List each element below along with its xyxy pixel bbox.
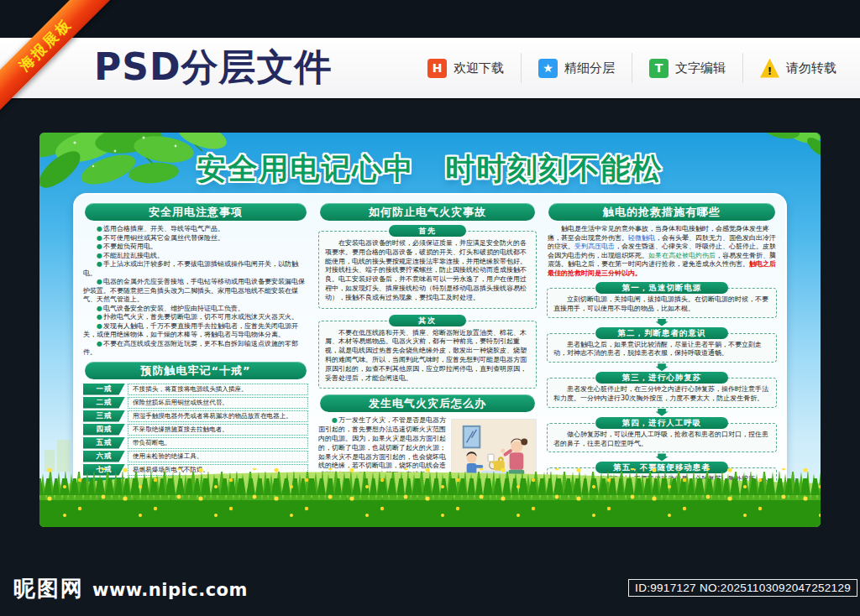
table-row: 一戒不接插头，将直接将电源线头插入插座。	[83, 384, 308, 395]
rescue-step-label: 第一，迅速切断电源	[595, 282, 728, 294]
site-name: 昵图网	[13, 574, 84, 603]
table-row: 三戒用湿手触摸电器外壳或者将易漏水的物品放置在电器上。	[83, 410, 308, 422]
list-item: ●发现有人触电，千万不要直接用手去拉触电者，应首先关闭电源开关，或使用绝缘物体，…	[83, 322, 308, 340]
list-item: ●电气设备安全的安装、维护应由持证电工负责。	[83, 305, 308, 314]
section-header-rescue: 触电的抢救措施有哪些	[548, 203, 775, 221]
rescue-intro: 触电是生活中常见的意外事故，当身体和电接触时，会感觉身体发生疼痛，甚至会出现意外…	[548, 225, 776, 278]
second-text-box: 不要在低压线路和开关、插座、熔断器附近放置油类、棉花、木屑、木材等易燃物品。电器…	[318, 321, 537, 389]
section-header-after-fire: 发生电气火灾后怎么办	[320, 394, 535, 412]
leaf-icon	[730, 133, 821, 166]
first-text-box: 在安装电器设备的时候，必须保证质量，并应满足安全防火的各项要求。要用合格的电器设…	[318, 231, 537, 309]
badge-layers: ★ 精细分层	[538, 59, 615, 78]
leaves-decoration-right	[730, 133, 821, 170]
content-panel: 安全用电注意事项 ●选用合格插座、开关、导线等电气产品。 ●不可使用铜丝或其它金…	[73, 193, 787, 505]
list-item: ●不可使用铜丝或其它金属丝代替保险丝。	[83, 234, 308, 243]
rescue-step-label: 第四，进行人工呼吸	[595, 417, 728, 429]
list-item: ●电器的金属外壳应妥善接地，手电钻等移动或用电设备要安装漏电保护装置。不要随意把…	[83, 278, 308, 305]
arrow-down-icon	[656, 453, 669, 461]
badge-no-repost: ! 请勿转载	[760, 59, 836, 78]
leaf-icon	[39, 133, 232, 206]
warning-triangle-icon: !	[760, 59, 779, 78]
star-icon: ★	[538, 59, 558, 78]
poster-preview: 安全用电记心中 时时刻刻不能松 安全用电注意事项 ●选用合格插座、开关、导线等电…	[39, 133, 821, 527]
site-url: www.nipic.com	[92, 580, 248, 600]
rescue-step-label: 第二，判断患者的意识	[595, 327, 728, 339]
arrow-down-icon	[656, 409, 669, 416]
table-row: 五戒带负荷断电。	[83, 437, 308, 449]
page-title: PSD分层文件	[94, 43, 332, 92]
arrow-down-icon	[656, 363, 669, 371]
top-dark-band	[0, 0, 860, 38]
download-h-icon: H	[427, 59, 447, 78]
badge-no-repost-label: 请勿转载	[786, 60, 836, 76]
table-row: 二戒保险丝损坏后用铜丝或铁丝代替。	[83, 397, 308, 409]
badge-text-edit: T 文字编辑	[649, 59, 726, 78]
section-header-fire-prevention: 如何防止电气火灾事故	[320, 203, 535, 221]
text-edit-t-icon: T	[649, 59, 669, 78]
badge-download: H 欢迎下载	[427, 59, 504, 78]
column-fire-prevention: 如何防止电气火灾事故 首先 在安装电器设备的时候，必须保证质量，并应满足安全防火…	[318, 203, 537, 495]
subsection-second-label: 其次	[389, 315, 466, 326]
header-badges: H 欢迎下载 ★ 精细分层 T 文字编辑 ! 请勿转载	[427, 38, 836, 98]
list-item: ●选用合格插座、开关、导线等电气产品。	[83, 225, 308, 234]
page-background: { "ribbon": { "label": "海报展板" }, "header…	[0, 0, 860, 616]
header-bar: PSD分层文件 H 欢迎下载 ★ 精细分层 T 文字编辑 ! 请勿转载	[0, 38, 860, 98]
badge-text-edit-label: 文字编辑	[675, 60, 726, 76]
divider	[742, 53, 743, 83]
list-item: ●不要在高压线或变压器附近玩耍，更不私自拆卸输送点设施的零部件。	[83, 340, 308, 358]
divider	[521, 53, 522, 83]
column-rescue-measures: 触电的抢救措施有哪些 触电是生活中常见的意外事故，当身体和电接触时，会感觉身体发…	[547, 203, 777, 495]
table-row: 六戒使用未检验的绝缘工具。	[83, 451, 308, 462]
site-logo: 昵图网 www.nipic.com	[13, 574, 248, 603]
table-row: 四戒不采取绝缘措施直接去拉触电者。	[83, 424, 308, 436]
divider	[632, 53, 632, 83]
arrow-down-icon	[656, 319, 669, 326]
badge-download-label: 欢迎下载	[454, 60, 504, 76]
section-header-ten-rules: 预防触电牢记“十戒”	[85, 362, 307, 379]
grass-decoration	[39, 462, 821, 527]
subsection-first-label: 首先	[389, 225, 466, 237]
rescue-step-label: 第三，进行心肺复苏	[595, 372, 728, 384]
list-item: ●手上沾水或出汗较多时，不要拔电源插销或操作电闸开关，以防触电。	[83, 260, 308, 278]
badge-layers-label: 精细分层	[564, 60, 615, 76]
safety-notes-list: ●选用合格插座、开关、导线等电气产品。 ●不可使用铜丝或其它金属丝代替保险丝。 …	[83, 225, 308, 358]
list-item: ●不要超负荷用电。	[83, 243, 308, 252]
list-item: ●不能乱拉乱接电线。	[83, 252, 308, 261]
image-id-badge: ID:9917127 NO:20251103092047252129	[628, 579, 857, 597]
leaves-decoration-left	[39, 133, 232, 210]
list-item: ●扑救电气火灾，首先要切断电源，切不可用水或泡沫灭火器灭火。	[83, 313, 308, 322]
column-safety-notes: 安全用电注意事项 ●选用合格插座、开关、导线等电气产品。 ●不可使用铜丝或其它金…	[83, 203, 308, 495]
